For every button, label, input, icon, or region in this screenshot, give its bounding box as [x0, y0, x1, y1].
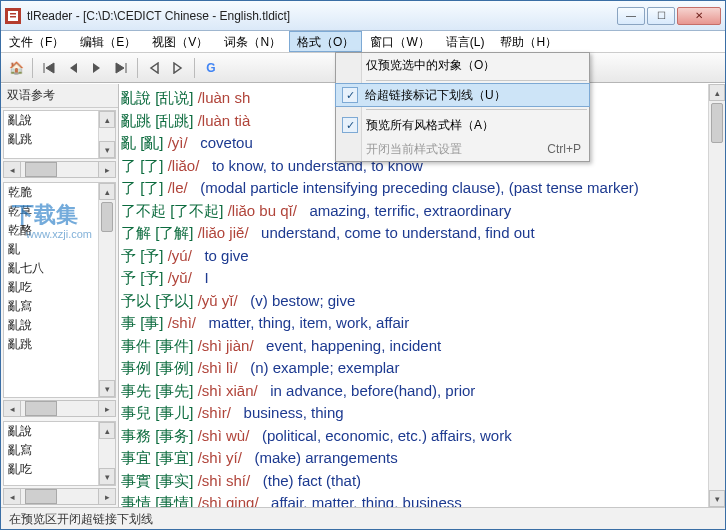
menu-format[interactable]: 格式（O）: [289, 31, 362, 52]
back-icon[interactable]: [143, 57, 165, 79]
dictionary-entry[interactable]: 了不起 [了不起] /liăo bu qĭ/ amazing, terrific…: [121, 200, 707, 223]
svg-rect-3: [10, 16, 16, 18]
vertical-scrollbar[interactable]: ▴ ▾: [708, 84, 725, 507]
separator: [32, 58, 33, 78]
titlebar: tlReader - [C:\D:\CEDICT Chinese - Engli…: [1, 1, 725, 31]
dictionary-entry[interactable]: 事例 [事例] /shì lì/ (n) example; exemplar: [121, 357, 707, 380]
horizontal-scrollbar[interactable]: ◂▸: [3, 488, 116, 505]
menu-item-underline-links[interactable]: ✓ 给超链接标记下划线（U）: [335, 83, 590, 107]
horizontal-scrollbar[interactable]: ◂▸: [3, 161, 116, 178]
dictionary-entry[interactable]: 事件 [事件] /shì jiàn/ event, happening, inc…: [121, 335, 707, 358]
app-window: tlReader - [C:\D:\CEDICT Chinese - Engli…: [0, 0, 726, 530]
check-icon: ✓: [342, 117, 358, 133]
statusbar: 在预览区开闭超链接下划线: [1, 507, 725, 529]
dictionary-entry[interactable]: 事情 [事情] /shì qing/ affair, matter, thing…: [121, 492, 707, 507]
menu-item-label: 仅预览选中的对象（O）: [366, 57, 495, 74]
menu-separator: [366, 109, 587, 110]
home-icon[interactable]: 🏠: [5, 57, 27, 79]
dictionary-entry[interactable]: 事實 [事实] /shì shí/ (the) fact (that): [121, 470, 707, 493]
nav-next-icon[interactable]: [86, 57, 108, 79]
nav-first-icon[interactable]: [38, 57, 60, 79]
vertical-scrollbar[interactable]: ▴▾: [98, 422, 115, 485]
menu-item-preview-all-styles[interactable]: ✓ 预览所有风格式样（A）: [336, 113, 589, 137]
close-button[interactable]: ✕: [677, 7, 721, 25]
menu-separator: [366, 80, 587, 81]
maximize-button[interactable]: ☐: [647, 7, 675, 25]
separator: [137, 58, 138, 78]
sidebar-pane-2: 乾脆 乾草 乾酪 亂 亂七八 亂吃 亂寫 亂說 亂跳 ▴▾ ◂▸: [1, 180, 118, 419]
scroll-down-icon[interactable]: ▾: [709, 490, 725, 507]
menu-window[interactable]: 窗口（W）: [362, 31, 437, 52]
vertical-scrollbar[interactable]: ▴▾: [98, 183, 115, 397]
menu-shortcut: Ctrl+P: [547, 142, 581, 156]
dictionary-entry[interactable]: 了解 [了解] /liăo jiĕ/ understand, come to u…: [121, 222, 707, 245]
sidebar: 双语参考 亂說 亂跳 ▴▾ ◂▸ 乾脆 乾草 乾酪 亂 亂七八 亂吃 亂寫: [1, 84, 119, 507]
scroll-track[interactable]: [709, 101, 725, 490]
dictionary-entry[interactable]: 事兒 [事儿] /shìr/ business, thing: [121, 402, 707, 425]
menu-item-label: 预览所有风格式样（A）: [366, 117, 494, 134]
dictionary-entry[interactable]: 予 [予] /yŭ/ I: [121, 267, 707, 290]
sidebar-list-3[interactable]: 亂說 亂寫 亂吃 ▴▾: [3, 421, 116, 486]
nav-prev-icon[interactable]: [62, 57, 84, 79]
sidebar-list-1[interactable]: 亂說 亂跳 ▴▾: [3, 110, 116, 159]
menu-view[interactable]: 视图（V）: [144, 31, 216, 52]
menu-file[interactable]: 文件（F）: [1, 31, 72, 52]
menu-language[interactable]: 语言(L): [438, 31, 493, 52]
svg-rect-2: [10, 13, 16, 15]
dictionary-entry[interactable]: 事先 [事先] /shì xiān/ in advance, before(ha…: [121, 380, 707, 403]
check-icon: ✓: [342, 87, 358, 103]
menu-help[interactable]: 帮助（H）: [492, 31, 565, 52]
sidebar-pane-1: 亂說 亂跳 ▴▾ ◂▸: [1, 108, 118, 180]
dictionary-entry[interactable]: 予 [予] /yú/ to give: [121, 245, 707, 268]
scroll-thumb[interactable]: [711, 103, 723, 143]
horizontal-scrollbar[interactable]: ◂▸: [3, 400, 116, 417]
format-menu-dropdown: 仅预览选中的对象（O） ✓ 给超链接标记下划线（U） ✓ 预览所有风格式样（A）…: [335, 52, 590, 162]
menubar: 文件（F） 编辑（E） 视图（V） 词条（N） 格式（O） 窗口（W） 语言(L…: [1, 31, 725, 53]
window-controls: — ☐ ✕: [617, 7, 721, 25]
scroll-up-icon[interactable]: ▴: [709, 84, 725, 101]
app-icon: [5, 8, 21, 24]
menu-item-label: 给超链接标记下划线（U）: [365, 87, 506, 104]
dictionary-entry[interactable]: 事 [事] /shì/ matter, thing, item, work, a…: [121, 312, 707, 335]
menu-item-preview-selected[interactable]: 仅预览选中的对象（O）: [336, 53, 589, 77]
dictionary-entry[interactable]: 予以 [予以] /yŭ yĭ/ (v) bestow; give: [121, 290, 707, 313]
sidebar-list-2[interactable]: 乾脆 乾草 乾酪 亂 亂七八 亂吃 亂寫 亂說 亂跳 ▴▾: [3, 182, 116, 398]
google-icon[interactable]: G: [200, 57, 222, 79]
separator: [194, 58, 195, 78]
menu-edit[interactable]: 编辑（E）: [72, 31, 144, 52]
menu-entry[interactable]: 词条（N）: [216, 31, 289, 52]
sidebar-header: 双语参考: [1, 84, 118, 108]
vertical-scrollbar[interactable]: ▴▾: [98, 111, 115, 158]
minimize-button[interactable]: —: [617, 7, 645, 25]
sidebar-pane-3: 亂說 亂寫 亂吃 ▴▾ ◂▸: [1, 419, 118, 507]
dictionary-entry[interactable]: 事宜 [事宜] /shì yí/ (make) arrangements: [121, 447, 707, 470]
menu-item-label: 开闭当前样式设置: [366, 141, 462, 158]
window-title: tlReader - [C:\D:\CEDICT Chinese - Engli…: [27, 9, 617, 23]
dictionary-entry[interactable]: 了 [了] /le/ (modal particle intensifying …: [121, 177, 707, 200]
nav-last-icon[interactable]: [110, 57, 132, 79]
menu-item-toggle-style-settings: 开闭当前样式设置 Ctrl+P: [336, 137, 589, 161]
forward-icon[interactable]: [167, 57, 189, 79]
dictionary-entry[interactable]: 事務 [事务] /shì wù/ (political, economic, e…: [121, 425, 707, 448]
